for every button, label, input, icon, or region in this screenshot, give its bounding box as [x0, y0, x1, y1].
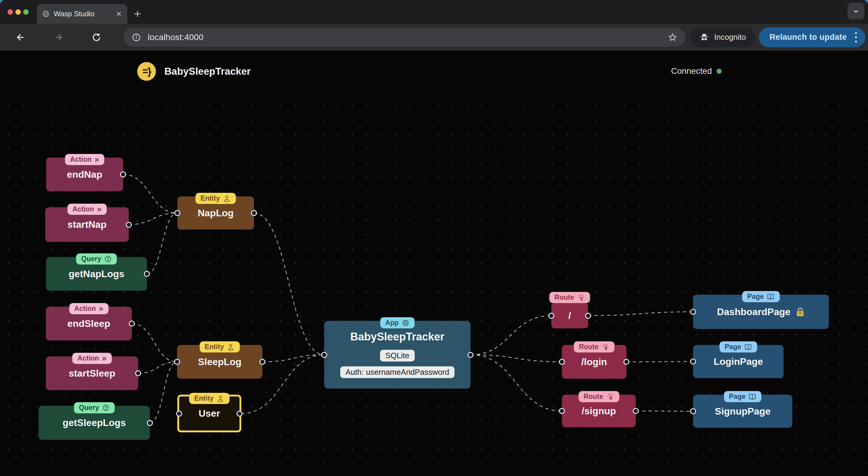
db-pill: SQLite [380, 350, 415, 362]
auth-pill: Auth: usernameAndPassword [340, 366, 455, 378]
address-bar[interactable]: localhost:4000 [124, 28, 685, 47]
query-node-getNapLogs[interactable]: QuerygetNapLogs [46, 257, 147, 291]
window-minimize-button[interactable] [16, 9, 21, 15]
right-handle-SleepLog[interactable] [259, 359, 266, 365]
browser-tab[interactable]: Wasp Studio [37, 4, 127, 24]
right-handle-route-signup[interactable] [633, 408, 639, 414]
person-icon [227, 343, 235, 351]
site-info-icon[interactable] [131, 33, 141, 42]
right-handle-getNapLogs[interactable] [144, 271, 150, 277]
page-node-SignupPage[interactable]: PageSignupPage [693, 395, 792, 428]
tab-close-icon[interactable] [115, 10, 122, 18]
badge-label: Query [79, 404, 99, 412]
bookmark-star-icon[interactable] [668, 33, 677, 42]
left-handle-DashboardPage[interactable] [690, 309, 696, 315]
action-node-endSleep[interactable]: Action»endSleep [46, 307, 132, 340]
window-close-button[interactable] [7, 9, 13, 15]
node-label: getNapLogs [69, 268, 125, 280]
page-badge: Page [720, 341, 757, 352]
forward-button[interactable] [50, 29, 67, 46]
page-node-DashboardPage[interactable]: PageDashboardPage [693, 295, 829, 329]
cursor-click-icon [606, 393, 614, 401]
route-badge: Route [579, 391, 619, 402]
route-node-route-login[interactable]: Route/login [562, 345, 626, 379]
left-handle-NapLog[interactable] [174, 210, 180, 216]
page-node-LoginPage[interactable]: PageLoginPage [693, 345, 783, 378]
chevrons-right-icon: » [95, 156, 99, 164]
right-handle-route-login[interactable] [623, 359, 629, 365]
node-label: DashboardPage [717, 306, 805, 317]
node-label: endSleep [67, 318, 110, 329]
right-handle-endSleep[interactable] [129, 320, 135, 327]
action-badge: Action» [67, 204, 107, 215]
left-handle-App[interactable] [321, 352, 327, 358]
entity-node-SleepLog[interactable]: EntitySleepLog [177, 345, 262, 379]
page-badge: Page [724, 391, 762, 402]
node-label: getSleepLogs [63, 417, 126, 429]
query-badge: Query [74, 402, 115, 413]
right-handle-User[interactable] [237, 411, 243, 417]
left-handle-SignupPage[interactable] [690, 408, 696, 414]
incognito-icon [699, 32, 709, 42]
browser-window: Wasp Studio [0, 0, 868, 476]
route-node-route-root[interactable]: Route/ [551, 303, 588, 328]
question-circle-icon [104, 255, 112, 263]
person-icon [223, 195, 231, 202]
incognito-badge: Incognito [690, 27, 755, 47]
question-circle-icon [102, 404, 110, 411]
reload-button[interactable] [88, 29, 105, 46]
relaunch-to-update-button[interactable]: Relaunch to update [759, 27, 866, 47]
wasp-logo: =} [137, 62, 156, 81]
left-handle-route-root[interactable] [548, 313, 554, 319]
app-node-App[interactable]: AppBabySleepTrackerSQLiteAuth: usernameA… [324, 321, 470, 388]
action-node-startSleep[interactable]: Action»startSleep [46, 356, 138, 390]
right-handle-endNap[interactable] [120, 171, 126, 177]
node-label: /login [581, 356, 607, 368]
badge-label: Query [81, 255, 101, 263]
left-handle-route-login[interactable] [559, 359, 565, 365]
new-tab-button[interactable] [130, 7, 145, 21]
route-node-route-signup[interactable]: Route/signup [562, 395, 636, 427]
window-zoom-button[interactable] [23, 9, 29, 15]
entity-badge: Entity [189, 393, 229, 404]
badge-label: Action [74, 305, 96, 313]
left-handle-User[interactable] [176, 411, 182, 417]
right-handle-startSleep[interactable] [135, 370, 141, 376]
node-label: startNap [67, 219, 107, 230]
back-button[interactable] [12, 29, 29, 46]
entity-node-NapLog[interactable]: EntityNapLog [177, 196, 254, 230]
tab-search-button[interactable] [847, 3, 864, 20]
badge-label: Page [729, 393, 746, 401]
query-node-getSleepLogs[interactable]: QuerygetSleepLogs [39, 406, 150, 440]
right-handle-NapLog[interactable] [251, 210, 257, 216]
action-node-startNap[interactable]: Action»startNap [45, 207, 129, 242]
connection-status-dot-icon [717, 69, 722, 74]
entity-node-User[interactable]: EntityUser [177, 395, 241, 432]
node-label: /signup [582, 406, 616, 417]
right-handle-getSleepLogs[interactable] [147, 420, 153, 426]
badge-label: Action [78, 354, 99, 363]
chevrons-right-icon: » [97, 205, 102, 213]
entity-badge: Entity [195, 193, 236, 204]
studio-header: =} BabySleepTracker [137, 62, 251, 81]
url-text: localhost:4000 [148, 33, 661, 42]
badge-label: Route [554, 294, 574, 302]
left-handle-SleepLog[interactable] [174, 359, 180, 365]
browser-menu-icon[interactable] [853, 30, 859, 44]
globe-favicon-icon [42, 10, 50, 18]
tab-strip: Wasp Studio [0, 0, 868, 24]
right-handle-startNap[interactable] [126, 222, 132, 228]
action-node-endNap[interactable]: Action»endNap [46, 158, 123, 191]
right-handle-route-root[interactable] [585, 313, 591, 319]
person-icon [217, 395, 224, 403]
route-badge: Route [574, 341, 614, 352]
wasp-studio-canvas[interactable]: =} BabySleepTracker Connected Action»end… [0, 50, 868, 476]
browser-toolbar: localhost:4000 Incognito Relaunch to upd… [0, 24, 868, 50]
left-handle-LoginPage[interactable] [690, 359, 696, 365]
right-handle-App[interactable] [467, 352, 473, 358]
badge-label: Route [579, 343, 598, 351]
book-open-icon [744, 343, 752, 351]
left-handle-route-signup[interactable] [559, 408, 565, 414]
connection-status: Connected [671, 66, 722, 76]
node-label: / [568, 310, 571, 321]
